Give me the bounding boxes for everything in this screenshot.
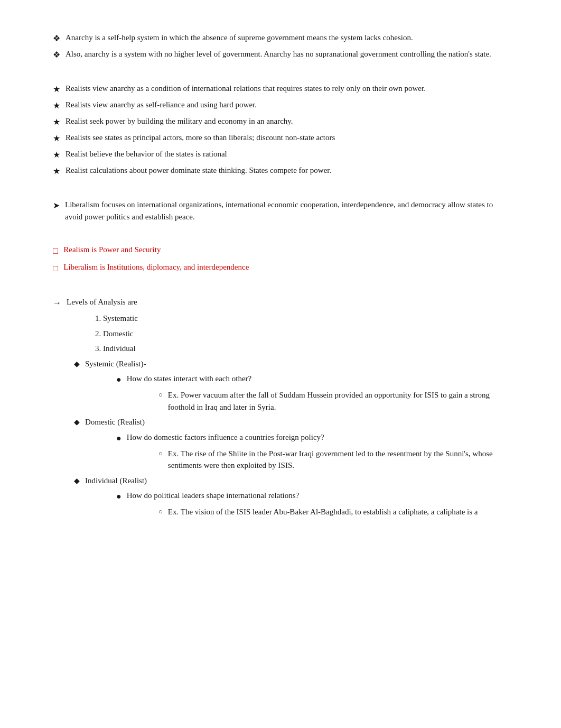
levels-title: Levels of Analysis are [67,296,507,308]
dot-icon: ● [116,373,121,386]
star-icon: ★ [53,116,60,128]
list-item: ❖ Anarchy is a self-help system in which… [53,32,507,45]
circle-icon: ○ [158,506,163,517]
diamond-icon: ❖ [53,32,60,45]
individual-example: ○ Ex. The vision of the ISIS leader Abu-… [158,506,507,518]
individual-subsection: ◆ Individual (Realist) ● How do politica… [74,475,507,518]
realism-label: Realism is Power and Security [63,244,507,256]
diamond-bullet-icon: ◆ [74,475,80,486]
domestic-example: ○ Ex. The rise of the Shiite in the Post… [158,448,507,472]
liberalism-section: ➤ Liberalism focuses on international or… [53,199,507,223]
systemic-label: Systemic (Realist)- [85,358,507,370]
liberalism-label: Liberalism is Institutions, diplomacy, a… [63,261,507,273]
systematic-item: 1. Systematic [95,312,507,325]
bullet-text: Liberalism focuses on international orga… [65,199,507,223]
systemic-question: How do states interact with each other? [127,373,507,385]
list-item: ★ Realist calculations about power domin… [53,164,507,178]
individual-example-text: Ex. The vision of the ISIS leader Abu-Ba… [168,506,507,518]
checkbox-icon: □ [53,244,58,258]
checkbox-section: □ Realism is Power and Security □ Libera… [53,244,507,275]
bullet-text: Realists view anarchy as a condition of … [66,82,507,95]
checkbox-icon: □ [53,262,58,275]
list-item: ➤ Liberalism focuses on international or… [53,199,507,223]
individual-header: ◆ Individual (Realist) [74,475,507,487]
dot-icon: ● [116,432,121,445]
domestic-question: How do domestic factors influence a coun… [127,431,507,444]
domestic-example-text: Ex. The rise of the Shiite in the Post-w… [168,448,507,472]
list-item: ○ Ex. Power vacuum after the fall of Sud… [158,389,507,413]
domestic-header: ◆ Domestic (Realist) [74,416,507,428]
diamond-bullet-icon: ◆ [74,417,80,428]
list-item: ● How do political leaders shape interna… [116,490,507,503]
list-item: ★ Realist believe the behavior of the st… [53,148,507,161]
domestic-bullets: ● How do domestic factors influence a co… [116,431,507,472]
list-item: ○ Ex. The vision of the ISIS leader Abu-… [158,506,507,518]
star-icon: ★ [53,132,60,145]
bullet-text: Realist calculations about power dominat… [66,164,507,177]
levels-header: → Levels of Analysis are [53,296,507,309]
star-icon: ★ [53,99,60,112]
checkbox-item-liberalism: □ Liberalism is Institutions, diplomacy,… [53,261,507,275]
domestic-subsection: ◆ Domestic (Realist) ● How do domestic f… [74,416,507,472]
main-content: ❖ Anarchy is a self-help system in which… [53,32,507,518]
numbered-list: 1. Systematic 2. Domestic 3. Individual [95,312,507,355]
systemic-subsection: ◆ Systemic (Realist)- ● How do states in… [74,358,507,413]
list-item: 2. Domestic [95,328,507,340]
list-item: ● How do domestic factors influence a co… [116,431,507,445]
list-item: ★ Realists view anarchy as a condition o… [53,82,507,96]
anarchy-section: ❖ Anarchy is a self-help system in which… [53,32,507,61]
circle-icon: ○ [158,390,163,400]
diamond-bullet-icon: ◆ [74,358,80,370]
individual-label: Individual (Realist) [85,475,507,487]
levels-section: → Levels of Analysis are 1. Systematic 2… [53,296,507,518]
bullet-text: Realist seek power by building the milit… [66,115,507,127]
bullet-text: Also, anarchy is a system with no higher… [66,48,507,60]
individual-item: 3. Individual [95,343,507,355]
individual-bullets: ● How do political leaders shape interna… [116,490,507,518]
list-item: ○ Ex. The rise of the Shiite in the Post… [158,448,507,472]
systemic-example-text: Ex. Power vacuum after the fall of Sudda… [168,389,507,413]
circle-icon: ○ [158,448,163,459]
list-item: ● How do states interact with each other… [116,373,507,386]
list-item: ❖ Also, anarchy is a system with no high… [53,48,507,61]
checkbox-item-realism: □ Realism is Power and Security [53,244,507,258]
star-icon: ★ [53,149,60,161]
individual-question: How do political leaders shape internati… [127,490,507,502]
realists-section: ★ Realists view anarchy as a condition o… [53,82,507,178]
diamond-icon: ❖ [53,49,60,61]
dot-icon: ● [116,490,121,503]
list-item: 1. Systematic [95,312,507,325]
list-item: ★ Realists view anarchy as self-reliance… [53,99,507,112]
arrow-right-icon: ➤ [53,199,60,212]
systemic-bullets: ● How do states interact with each other… [116,373,507,413]
domestic-label: Domestic (Realist) [85,416,507,428]
systemic-header: ◆ Systemic (Realist)- [74,358,507,370]
bullet-text: Realists view anarchy as self-reliance a… [66,99,507,111]
domestic-item: 2. Domestic [95,328,507,340]
star-icon: ★ [53,165,60,178]
arrow-solid-icon: → [53,297,61,309]
list-item: 3. Individual [95,343,507,355]
bullet-text: Anarchy is a self-help system in which t… [66,32,507,44]
systemic-example: ○ Ex. Power vacuum after the fall of Sud… [158,389,507,413]
list-item: ★ Realist seek power by building the mil… [53,115,507,128]
list-item: ★ Realists see states as principal actor… [53,132,507,145]
bullet-text: Realist believe the behavior of the stat… [66,148,507,160]
bullet-text: Realists see states as principal actors,… [66,132,507,144]
star-icon: ★ [53,83,60,96]
